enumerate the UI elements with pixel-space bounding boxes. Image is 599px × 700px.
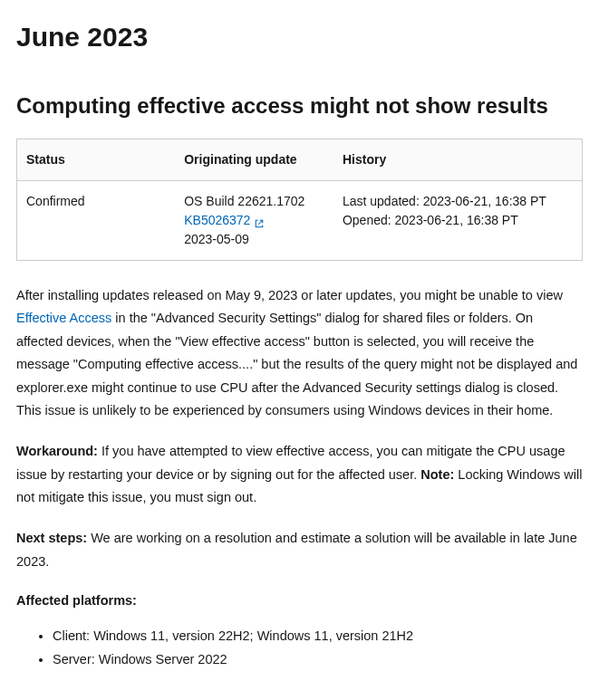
- col-header-status: Status: [17, 139, 176, 181]
- issue-description: After installing updates released on May…: [16, 284, 583, 422]
- cell-update: OS Build 22621.1702 KB5026372 202: [175, 181, 333, 261]
- intro-post: in the "Advanced Security Settings" dial…: [16, 311, 577, 417]
- nextsteps-text: We are working on a resolution and estim…: [16, 531, 577, 568]
- kb-link[interactable]: KB5026372: [184, 211, 265, 230]
- workaround-label: Workaround:: [16, 444, 98, 458]
- list-item: Client: Windows 11, version 22H2; Window…: [53, 624, 583, 647]
- update-build: OS Build 22621.1702: [184, 192, 324, 211]
- list-item: Server: Windows Server 2022: [53, 647, 583, 671]
- intro-pre: After installing updates released on May…: [16, 288, 563, 302]
- nextsteps-paragraph: Next steps: We are working on a resoluti…: [16, 527, 583, 573]
- update-date: 2023-05-09: [184, 230, 324, 249]
- issue-heading: Computing effective access might not sho…: [16, 90, 583, 122]
- note-label: Note:: [420, 467, 454, 482]
- table-header-row: Status Originating update History: [17, 139, 583, 181]
- external-link-icon: [254, 216, 265, 226]
- history-updated: Last updated: 2023-06-21, 16:38 PT: [343, 192, 573, 211]
- back-to-top-container: Back to top: [16, 696, 583, 700]
- affected-platforms-label: Affected platforms:: [16, 591, 583, 611]
- table-row: Confirmed OS Build 22621.1702 KB5026372: [17, 181, 583, 261]
- affected-platforms-list: Client: Windows 11, version 22H2; Window…: [16, 624, 583, 671]
- effective-access-link[interactable]: Effective Access: [16, 311, 111, 325]
- issue-table: Status Originating update History Confir…: [16, 139, 583, 261]
- month-heading: June 2023: [16, 16, 583, 57]
- col-header-history: History: [333, 139, 583, 181]
- nextsteps-label: Next steps:: [16, 531, 87, 545]
- workaround-paragraph: Workaround: If you have attempted to vie…: [16, 440, 583, 509]
- kb-link-text: KB5026372: [184, 211, 250, 230]
- cell-history: Last updated: 2023-06-21, 16:38 PT Opene…: [333, 181, 583, 261]
- col-header-update: Originating update: [175, 139, 333, 181]
- history-opened: Opened: 2023-06-21, 16:38 PT: [343, 211, 573, 230]
- cell-status: Confirmed: [17, 181, 176, 261]
